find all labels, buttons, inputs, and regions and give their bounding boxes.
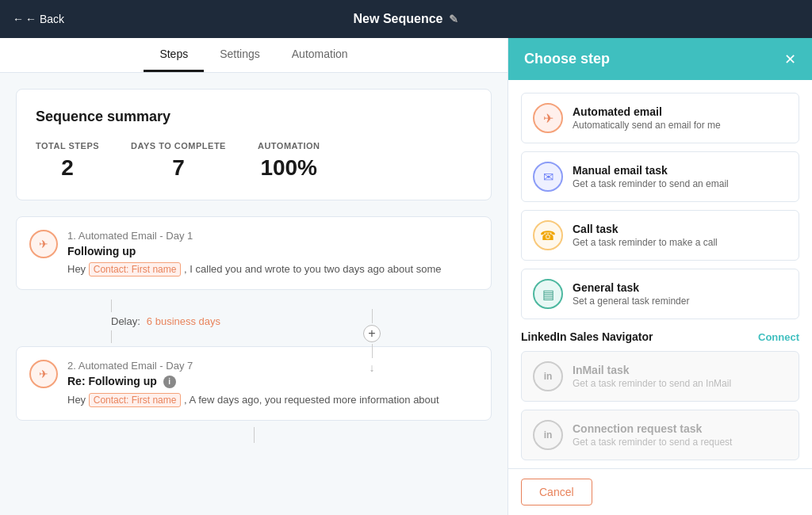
stat-days: DAYS TO COMPLETE 7 [131,141,226,181]
choose-step-header: Choose step ✕ [508,38,812,80]
add-step-button[interactable]: + [363,325,381,342]
automated-email-icon: ✈ [533,103,563,133]
linkedin-section-header: LinkedIn Sales Navigator Connect [521,330,799,343]
down-arrow-icon: ↓ [370,361,375,374]
call-task-desc: Get a task reminder to make a call [573,237,718,248]
cancel-button[interactable]: Cancel [521,479,592,505]
step-2-subject: Re: Following up i [67,375,478,388]
back-arrow: ← [13,13,24,25]
step-1-body-prefix: Hey [67,263,86,275]
manual-email-icon: ✉ [533,162,563,192]
stat-total-steps-label: TOTAL STEPS [36,141,99,151]
linkedin-connect-button[interactable]: Connect [758,331,799,343]
option-automated-email[interactable]: ✈ Automated email Automatically send an … [521,93,799,143]
close-panel-button[interactable]: ✕ [784,52,796,67]
stat-automation-label: AUTOMATION [258,141,320,151]
inmail-desc: Get a task reminder to send an InMail [573,378,731,389]
step-2-body-prefix: Hey [67,394,86,406]
call-task-title: Call task [573,223,718,235]
inmail-text: InMail task Get a task reminder to send … [573,364,731,389]
manual-email-text: Manual email task Get a task reminder to… [573,164,729,189]
summary-card: Sequence summary TOTAL STEPS 2 DAYS TO C… [16,89,492,200]
bottom-line [254,427,255,443]
inmail-title: InMail task [573,364,731,376]
stat-days-label: DAYS TO COMPLETE [131,141,226,151]
connection-request-desc: Get a task reminder to send a request [573,437,732,448]
connector-line-bottom [111,330,112,343]
left-panel: Sequence summary TOTAL STEPS 2 DAYS TO C… [0,73,508,459]
page-title: New Sequence [354,12,443,26]
step-1-icon: ✈ [29,230,58,258]
stat-automation: AUTOMATION 100% [258,141,320,181]
delay-value: 6 business days [147,315,220,327]
add-line-bottom [372,344,373,358]
option-connection-request: in Connection request task Get a task re… [521,410,799,460]
option-manual-email[interactable]: ✉ Manual email task Get a task reminder … [521,151,799,202]
inmail-icon: in [533,361,563,391]
summary-title: Sequence summary [36,109,472,125]
delay-row: Delay: 6 business days [111,315,220,327]
step-2-subject-text: Re: Following up [67,375,157,387]
info-icon: i [163,376,176,388]
step-2-name: 2. Automated Email - Day 7 [67,360,478,372]
step-card-1[interactable]: ✈ 1. Automated Email - Day 1 Following u… [16,216,492,290]
summary-stats: TOTAL STEPS 2 DAYS TO COMPLETE 7 AUTOMAT… [36,141,472,181]
step-1-body-suffix: , I called you and wrote to you two days… [184,263,441,275]
bottom-connector [16,427,492,443]
tabs-bar: Steps Settings Automation [0,38,508,73]
manual-email-desc: Get a task reminder to send an email [573,178,729,189]
step-card-2[interactable]: ✈ 2. Automated Email - Day 7 Re: Followi… [16,346,492,421]
connection-request-icon: in [533,420,563,450]
edit-title-icon[interactable]: ✎ [449,13,458,25]
tab-automation[interactable]: Automation [276,38,364,72]
general-task-text: General task Set a general task reminder [573,281,689,307]
connection-request-text: Connection request task Get a task remin… [573,422,732,448]
general-task-title: General task [573,281,689,294]
tab-steps[interactable]: Steps [144,38,204,72]
general-task-icon: ▤ [533,279,563,309]
connector-line-top [111,299,112,312]
automated-email-text: Automated email Automatically send an em… [573,105,721,131]
app-header: ← ← Back New Sequence ✎ [0,0,812,38]
stat-total-steps-value: 2 [61,155,74,181]
choose-step-panel: Choose step ✕ ✈ Automated email Automati… [508,38,812,515]
step-1-subject: Following up [67,245,478,258]
step-2-contact-tag: Contact: First name [89,393,182,407]
connection-request-title: Connection request task [573,422,732,435]
linkedin-section-label: LinkedIn Sales Navigator [521,330,653,343]
call-task-text: Call task Get a task reminder to make a … [573,223,718,248]
option-inmail: in InMail task Get a task reminder to se… [521,351,799,402]
stat-total-steps: TOTAL STEPS 2 [36,141,99,181]
step-1-name: 1. Automated Email - Day 1 [67,230,478,242]
call-task-icon: ☎ [533,220,563,250]
add-line-top [372,309,373,323]
cancel-footer: Cancel [508,468,812,515]
tab-settings[interactable]: Settings [204,38,276,72]
stat-automation-value: 100% [260,155,317,181]
stat-days-value: 7 [172,155,185,181]
back-button[interactable]: ← ← Back [13,13,64,25]
step-1-contact-tag: Contact: First name [89,262,182,277]
delay-section: Delay: 6 business days + ↓ [16,296,492,346]
general-task-desc: Set a general task reminder [573,296,689,307]
option-call-task[interactable]: ☎ Call task Get a task reminder to make … [521,210,799,261]
back-label: ← Back [25,13,64,25]
delay-label: Delay: [111,315,140,327]
step-2-icon: ✈ [29,360,58,388]
manual-email-title: Manual email task [573,164,729,177]
automated-email-title: Automated email [573,105,721,118]
choose-step-content: ✈ Automated email Automatically send an … [508,80,812,468]
step-2-body-suffix: , A few days ago, you requested more inf… [184,394,439,406]
automated-email-desc: Automatically send an email for me [573,120,721,131]
choose-step-title: Choose step [524,51,610,67]
step-1-body: Hey Contact: First name , I called you a… [67,262,478,277]
page-title-group: New Sequence ✎ [354,12,459,26]
step-1-content: 1. Automated Email - Day 1 Following up … [67,230,478,277]
step-2-content: 2. Automated Email - Day 7 Re: Following… [67,360,478,407]
option-general-task[interactable]: ▤ General task Set a general task remind… [521,269,799,319]
step-2-body: Hey Contact: First name , A few days ago… [67,393,478,407]
